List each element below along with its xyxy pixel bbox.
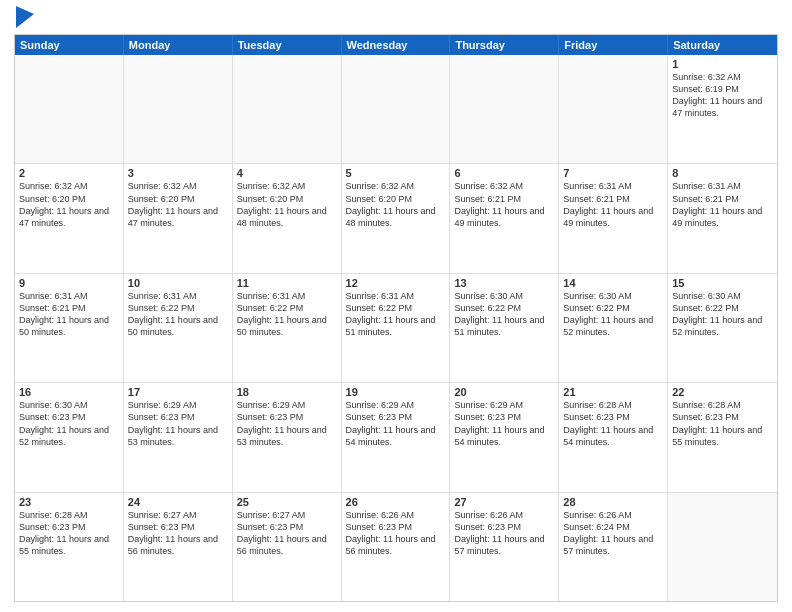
day-cell: 2Sunrise: 6:32 AM Sunset: 6:20 PM Daylig…: [15, 164, 124, 272]
weeks: 1Sunrise: 6:32 AM Sunset: 6:19 PM Daylig…: [15, 55, 777, 601]
day-number: 6: [454, 167, 554, 179]
day-number: 15: [672, 277, 773, 289]
day-cell: [15, 55, 124, 163]
day-info: Sunrise: 6:28 AM Sunset: 6:23 PM Dayligh…: [19, 509, 119, 558]
day-number: 1: [672, 58, 773, 70]
day-number: 22: [672, 386, 773, 398]
day-number: 21: [563, 386, 663, 398]
day-info: Sunrise: 6:30 AM Sunset: 6:23 PM Dayligh…: [19, 399, 119, 448]
svg-marker-0: [16, 6, 34, 28]
day-cell: [450, 55, 559, 163]
day-info: Sunrise: 6:28 AM Sunset: 6:23 PM Dayligh…: [672, 399, 773, 448]
day-number: 13: [454, 277, 554, 289]
day-number: 24: [128, 496, 228, 508]
logo-icon: [16, 6, 34, 28]
day-info: Sunrise: 6:30 AM Sunset: 6:22 PM Dayligh…: [672, 290, 773, 339]
day-cell: 7Sunrise: 6:31 AM Sunset: 6:21 PM Daylig…: [559, 164, 668, 272]
day-number: 18: [237, 386, 337, 398]
day-info: Sunrise: 6:31 AM Sunset: 6:21 PM Dayligh…: [672, 180, 773, 229]
day-cell: 15Sunrise: 6:30 AM Sunset: 6:22 PM Dayli…: [668, 274, 777, 382]
day-number: 10: [128, 277, 228, 289]
day-info: Sunrise: 6:31 AM Sunset: 6:21 PM Dayligh…: [19, 290, 119, 339]
week-row-0: 1Sunrise: 6:32 AM Sunset: 6:19 PM Daylig…: [15, 55, 777, 163]
day-number: 16: [19, 386, 119, 398]
day-info: Sunrise: 6:26 AM Sunset: 6:23 PM Dayligh…: [454, 509, 554, 558]
day-cell: 16Sunrise: 6:30 AM Sunset: 6:23 PM Dayli…: [15, 383, 124, 491]
day-info: Sunrise: 6:29 AM Sunset: 6:23 PM Dayligh…: [454, 399, 554, 448]
day-cell: 5Sunrise: 6:32 AM Sunset: 6:20 PM Daylig…: [342, 164, 451, 272]
day-info: Sunrise: 6:29 AM Sunset: 6:23 PM Dayligh…: [346, 399, 446, 448]
day-info: Sunrise: 6:27 AM Sunset: 6:23 PM Dayligh…: [128, 509, 228, 558]
page: SundayMondayTuesdayWednesdayThursdayFrid…: [0, 0, 792, 612]
day-number: 9: [19, 277, 119, 289]
day-info: Sunrise: 6:26 AM Sunset: 6:23 PM Dayligh…: [346, 509, 446, 558]
week-row-4: 23Sunrise: 6:28 AM Sunset: 6:23 PM Dayli…: [15, 492, 777, 601]
day-number: 25: [237, 496, 337, 508]
day-cell: 9Sunrise: 6:31 AM Sunset: 6:21 PM Daylig…: [15, 274, 124, 382]
day-cell: 28Sunrise: 6:26 AM Sunset: 6:24 PM Dayli…: [559, 493, 668, 601]
logo: [14, 10, 34, 28]
day-info: Sunrise: 6:31 AM Sunset: 6:22 PM Dayligh…: [346, 290, 446, 339]
day-header-saturday: Saturday: [668, 35, 777, 55]
day-cell: 22Sunrise: 6:28 AM Sunset: 6:23 PM Dayli…: [668, 383, 777, 491]
day-cell: 12Sunrise: 6:31 AM Sunset: 6:22 PM Dayli…: [342, 274, 451, 382]
day-cell: 8Sunrise: 6:31 AM Sunset: 6:21 PM Daylig…: [668, 164, 777, 272]
day-cell: 10Sunrise: 6:31 AM Sunset: 6:22 PM Dayli…: [124, 274, 233, 382]
calendar: SundayMondayTuesdayWednesdayThursdayFrid…: [14, 34, 778, 602]
week-row-2: 9Sunrise: 6:31 AM Sunset: 6:21 PM Daylig…: [15, 273, 777, 382]
day-number: 4: [237, 167, 337, 179]
day-info: Sunrise: 6:31 AM Sunset: 6:22 PM Dayligh…: [237, 290, 337, 339]
header: [14, 10, 778, 28]
day-cell: 11Sunrise: 6:31 AM Sunset: 6:22 PM Dayli…: [233, 274, 342, 382]
day-info: Sunrise: 6:31 AM Sunset: 6:22 PM Dayligh…: [128, 290, 228, 339]
day-header-sunday: Sunday: [15, 35, 124, 55]
day-info: Sunrise: 6:32 AM Sunset: 6:20 PM Dayligh…: [237, 180, 337, 229]
day-cell: 25Sunrise: 6:27 AM Sunset: 6:23 PM Dayli…: [233, 493, 342, 601]
day-info: Sunrise: 6:32 AM Sunset: 6:19 PM Dayligh…: [672, 71, 773, 120]
day-number: 20: [454, 386, 554, 398]
day-number: 17: [128, 386, 228, 398]
day-info: Sunrise: 6:29 AM Sunset: 6:23 PM Dayligh…: [237, 399, 337, 448]
day-cell: 1Sunrise: 6:32 AM Sunset: 6:19 PM Daylig…: [668, 55, 777, 163]
day-number: 8: [672, 167, 773, 179]
day-cell: [124, 55, 233, 163]
day-cell: 4Sunrise: 6:32 AM Sunset: 6:20 PM Daylig…: [233, 164, 342, 272]
day-info: Sunrise: 6:32 AM Sunset: 6:21 PM Dayligh…: [454, 180, 554, 229]
day-cell: 19Sunrise: 6:29 AM Sunset: 6:23 PM Dayli…: [342, 383, 451, 491]
day-number: 12: [346, 277, 446, 289]
day-number: 27: [454, 496, 554, 508]
day-header-thursday: Thursday: [450, 35, 559, 55]
day-header-wednesday: Wednesday: [342, 35, 451, 55]
week-row-1: 2Sunrise: 6:32 AM Sunset: 6:20 PM Daylig…: [15, 163, 777, 272]
week-row-3: 16Sunrise: 6:30 AM Sunset: 6:23 PM Dayli…: [15, 382, 777, 491]
day-info: Sunrise: 6:30 AM Sunset: 6:22 PM Dayligh…: [454, 290, 554, 339]
day-info: Sunrise: 6:32 AM Sunset: 6:20 PM Dayligh…: [128, 180, 228, 229]
day-number: 5: [346, 167, 446, 179]
day-cell: 18Sunrise: 6:29 AM Sunset: 6:23 PM Dayli…: [233, 383, 342, 491]
day-number: 19: [346, 386, 446, 398]
day-cell: 3Sunrise: 6:32 AM Sunset: 6:20 PM Daylig…: [124, 164, 233, 272]
day-info: Sunrise: 6:26 AM Sunset: 6:24 PM Dayligh…: [563, 509, 663, 558]
day-cell: 17Sunrise: 6:29 AM Sunset: 6:23 PM Dayli…: [124, 383, 233, 491]
day-info: Sunrise: 6:29 AM Sunset: 6:23 PM Dayligh…: [128, 399, 228, 448]
day-header-monday: Monday: [124, 35, 233, 55]
day-cell: 20Sunrise: 6:29 AM Sunset: 6:23 PM Dayli…: [450, 383, 559, 491]
day-info: Sunrise: 6:27 AM Sunset: 6:23 PM Dayligh…: [237, 509, 337, 558]
day-info: Sunrise: 6:32 AM Sunset: 6:20 PM Dayligh…: [346, 180, 446, 229]
day-info: Sunrise: 6:28 AM Sunset: 6:23 PM Dayligh…: [563, 399, 663, 448]
day-info: Sunrise: 6:31 AM Sunset: 6:21 PM Dayligh…: [563, 180, 663, 229]
day-cell: 24Sunrise: 6:27 AM Sunset: 6:23 PM Dayli…: [124, 493, 233, 601]
day-number: 7: [563, 167, 663, 179]
day-cell: 27Sunrise: 6:26 AM Sunset: 6:23 PM Dayli…: [450, 493, 559, 601]
day-header-tuesday: Tuesday: [233, 35, 342, 55]
day-cell: 13Sunrise: 6:30 AM Sunset: 6:22 PM Dayli…: [450, 274, 559, 382]
day-number: 11: [237, 277, 337, 289]
day-info: Sunrise: 6:32 AM Sunset: 6:20 PM Dayligh…: [19, 180, 119, 229]
day-number: 14: [563, 277, 663, 289]
day-cell: 21Sunrise: 6:28 AM Sunset: 6:23 PM Dayli…: [559, 383, 668, 491]
day-header-friday: Friday: [559, 35, 668, 55]
day-number: 28: [563, 496, 663, 508]
day-info: Sunrise: 6:30 AM Sunset: 6:22 PM Dayligh…: [563, 290, 663, 339]
day-cell: [342, 55, 451, 163]
day-cell: 14Sunrise: 6:30 AM Sunset: 6:22 PM Dayli…: [559, 274, 668, 382]
